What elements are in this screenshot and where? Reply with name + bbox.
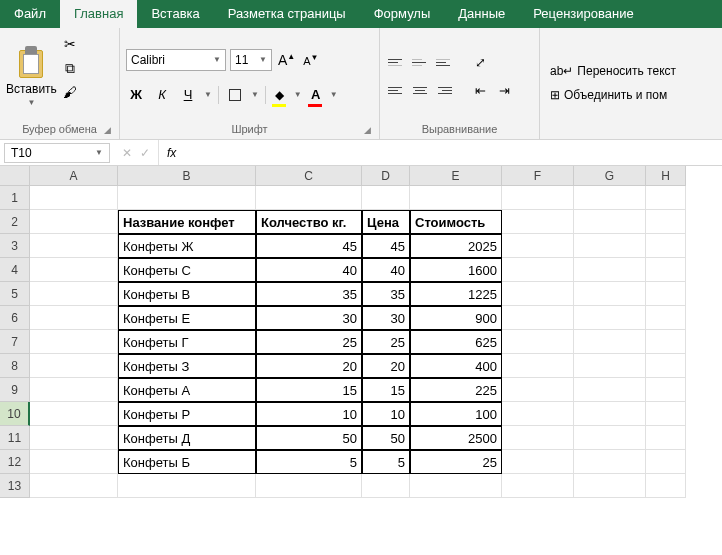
cell[interactable] <box>118 474 256 498</box>
italic-button[interactable]: К <box>152 85 172 105</box>
cell[interactable]: Конфеты Е <box>118 306 256 330</box>
cell[interactable] <box>646 258 686 282</box>
font-launcher-icon[interactable]: ◢ <box>364 125 371 135</box>
cell[interactable] <box>502 450 574 474</box>
underline-dropdown-icon[interactable]: ▼ <box>204 90 212 99</box>
cell[interactable] <box>646 234 686 258</box>
tab-data[interactable]: Данные <box>444 0 519 28</box>
row-header[interactable]: 11 <box>0 426 30 450</box>
cell[interactable]: 25 <box>410 450 502 474</box>
cell[interactable]: Конфеты З <box>118 354 256 378</box>
cell[interactable] <box>574 354 646 378</box>
cell[interactable] <box>30 186 118 210</box>
font-color-button[interactable]: A <box>308 85 324 105</box>
row-header[interactable]: 6 <box>0 306 30 330</box>
cell[interactable] <box>502 426 574 450</box>
cell[interactable]: 30 <box>256 306 362 330</box>
cell[interactable] <box>30 258 118 282</box>
name-box[interactable]: T10▼ <box>4 143 110 163</box>
cell[interactable]: 30 <box>362 306 410 330</box>
cell[interactable]: 625 <box>410 330 502 354</box>
fill-dropdown-icon[interactable]: ▼ <box>294 90 302 99</box>
underline-button[interactable]: Ч <box>178 85 198 105</box>
cell[interactable]: Конфеты С <box>118 258 256 282</box>
tab-formulas[interactable]: Формулы <box>360 0 445 28</box>
cell[interactable] <box>362 474 410 498</box>
cell[interactable]: Стоимость <box>410 210 502 234</box>
cancel-icon[interactable]: ✕ <box>122 146 132 160</box>
align-bottom-icon[interactable] <box>434 53 454 73</box>
cell[interactable] <box>646 306 686 330</box>
row-header[interactable]: 3 <box>0 234 30 258</box>
cell[interactable] <box>502 258 574 282</box>
cell[interactable]: 400 <box>410 354 502 378</box>
row-header[interactable]: 7 <box>0 330 30 354</box>
cell[interactable]: Конфеты Г <box>118 330 256 354</box>
col-header[interactable]: B <box>118 166 256 186</box>
cell[interactable]: 50 <box>256 426 362 450</box>
cell[interactable] <box>30 306 118 330</box>
cell[interactable] <box>574 306 646 330</box>
cell[interactable]: 20 <box>256 354 362 378</box>
cell[interactable]: 225 <box>410 378 502 402</box>
cell[interactable] <box>646 402 686 426</box>
font-name-select[interactable]: Calibri▼ <box>126 49 226 71</box>
cell[interactable] <box>574 474 646 498</box>
cell[interactable]: Конфеты А <box>118 378 256 402</box>
tab-layout[interactable]: Разметка страницы <box>214 0 360 28</box>
align-right-icon[interactable] <box>434 81 454 101</box>
cell[interactable] <box>502 282 574 306</box>
cell[interactable]: 25 <box>362 330 410 354</box>
cell[interactable]: 2500 <box>410 426 502 450</box>
cell[interactable] <box>30 402 118 426</box>
align-top-icon[interactable] <box>386 53 406 73</box>
cell[interactable]: Название конфет <box>118 210 256 234</box>
orientation-icon[interactable]: ⤢ <box>470 53 490 73</box>
indent-decrease-icon[interactable]: ⇤ <box>470 81 490 101</box>
cell[interactable] <box>646 282 686 306</box>
col-header[interactable]: C <box>256 166 362 186</box>
indent-increase-icon[interactable]: ⇥ <box>494 81 514 101</box>
border-button[interactable] <box>225 85 245 105</box>
cell[interactable] <box>574 402 646 426</box>
row-header[interactable]: 9 <box>0 378 30 402</box>
cell[interactable] <box>502 354 574 378</box>
cell[interactable] <box>30 450 118 474</box>
col-header[interactable]: E <box>410 166 502 186</box>
row-header[interactable]: 5 <box>0 282 30 306</box>
cell[interactable]: Цена <box>362 210 410 234</box>
cell[interactable] <box>574 258 646 282</box>
fontcolor-dropdown-icon[interactable]: ▼ <box>330 90 338 99</box>
cell[interactable] <box>646 450 686 474</box>
cell[interactable]: 2025 <box>410 234 502 258</box>
formula-input[interactable] <box>184 140 722 165</box>
cell[interactable] <box>502 330 574 354</box>
cell[interactable] <box>30 474 118 498</box>
align-left-icon[interactable] <box>386 81 406 101</box>
cell[interactable]: 100 <box>410 402 502 426</box>
row-header[interactable]: 12 <box>0 450 30 474</box>
col-header[interactable]: H <box>646 166 686 186</box>
cut-icon[interactable]: ✂ <box>61 36 79 54</box>
cell[interactable] <box>256 474 362 498</box>
cell[interactable]: Конфеты Ж <box>118 234 256 258</box>
cell[interactable]: 15 <box>256 378 362 402</box>
cell[interactable]: 35 <box>362 282 410 306</box>
col-header[interactable]: G <box>574 166 646 186</box>
row-header[interactable]: 2 <box>0 210 30 234</box>
cell[interactable] <box>30 210 118 234</box>
cell[interactable] <box>30 330 118 354</box>
cell[interactable]: Конфеты Д <box>118 426 256 450</box>
cell[interactable] <box>502 378 574 402</box>
cell[interactable] <box>502 402 574 426</box>
row-header[interactable]: 13 <box>0 474 30 498</box>
fill-color-button[interactable]: ◆ <box>272 85 288 105</box>
align-middle-icon[interactable] <box>410 53 430 73</box>
tab-insert[interactable]: Вставка <box>137 0 213 28</box>
cell[interactable] <box>646 426 686 450</box>
tab-review[interactable]: Рецензирование <box>519 0 647 28</box>
paste-dropdown-icon[interactable]: ▼ <box>27 98 35 107</box>
tab-file[interactable]: Файл <box>0 0 60 28</box>
tab-home[interactable]: Главная <box>60 0 137 28</box>
font-size-select[interactable]: 11▼ <box>230 49 272 71</box>
